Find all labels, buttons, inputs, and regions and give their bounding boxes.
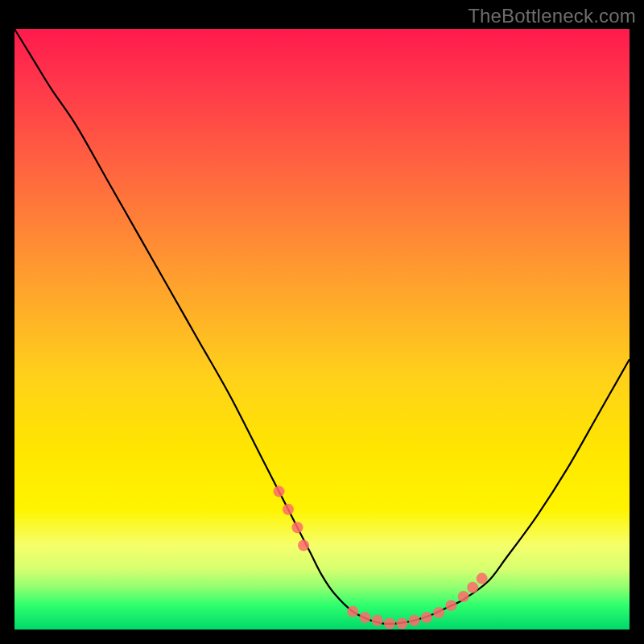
bottleneck-curve xyxy=(14,29,630,624)
highlight-dot xyxy=(384,618,395,630)
chart-svg xyxy=(14,29,630,630)
highlight-dot xyxy=(433,607,444,618)
highlight-dot xyxy=(458,591,469,602)
highlight-dot xyxy=(477,573,488,584)
watermark-label: TheBottleneck.com xyxy=(468,5,636,27)
chart-frame: TheBottleneck.com xyxy=(0,0,644,644)
highlight-dot xyxy=(298,540,309,551)
highlight-dot xyxy=(347,606,358,617)
highlight-dot xyxy=(396,618,407,630)
highlight-dot xyxy=(274,485,285,497)
highlight-dot xyxy=(421,612,432,623)
highlight-dot xyxy=(445,600,456,611)
highlight-dot xyxy=(291,522,303,533)
highlight-dot xyxy=(359,612,370,623)
plot-area xyxy=(14,29,630,630)
highlight-dot xyxy=(467,582,478,593)
highlight-dots-group xyxy=(274,485,488,629)
highlight-dot xyxy=(409,615,420,626)
highlight-dot xyxy=(283,504,294,515)
highlight-dot xyxy=(372,615,383,626)
